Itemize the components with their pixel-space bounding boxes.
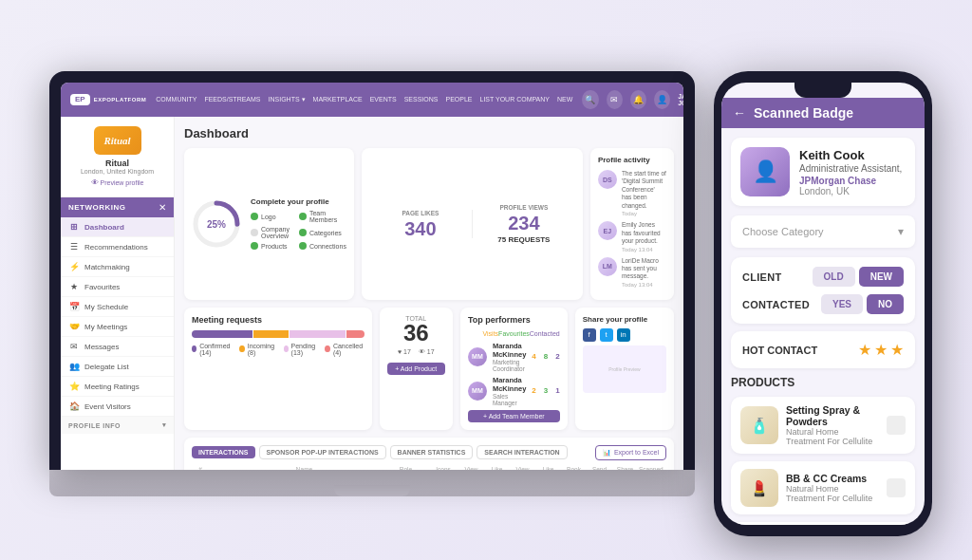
preview-profile-link[interactable]: 👁 Preview profile [91,178,144,187]
check-connections-icon [299,242,307,250]
app-name: EXPOPLATFORM [94,97,147,103]
check-logo-icon [251,213,258,220]
add-member-button[interactable]: + Add Team Member [468,410,560,422]
share-title: Share your profile [583,315,666,324]
brand-name: Ritual [105,159,129,168]
profile-activity-card: Profile activity DS The start time of 'D… [590,148,674,300]
messages-icon-btn[interactable]: ✉ [607,90,623,109]
activity-avatar-2: EJ [598,221,617,240]
performers-title: Top performers [468,315,560,325]
add-product-button[interactable]: + Add Product [387,363,445,375]
client-old-button[interactable]: OLD [813,267,855,287]
star-3[interactable]: ★ [890,341,904,359]
top-performers-card: Top performers Visits Favourites Contact… [460,308,568,430]
phone-products-section: PRODUCTS 🧴 Setting Spray & Powders Natur… [731,376,915,525]
laptop-base [49,470,695,496]
performer-avatar-1: MM [468,347,487,366]
facebook-share-icon[interactable]: f [583,328,596,342]
main-content: Ritual Ritual London, United Kingdom 👁 P… [61,117,683,470]
delegate-icon: 👥 [68,362,80,371]
export-excel-button[interactable]: 📊 Export to Excel [595,445,666,460]
pending-bar [290,330,346,338]
contacted-no-button[interactable]: NO [867,294,904,314]
activity-text-3: LoriDe Macro has sent you message. [622,257,666,281]
activity-time-2: Today 13:04 [622,247,666,252]
sidebar-item-ratings[interactable]: ⭐ Meeting Ratings [61,377,174,397]
nav-marketplace[interactable]: MARKETPLACE [313,96,363,103]
user-icon-btn[interactable]: 👤 [654,90,670,109]
phone-category-arrow-icon: ▾ [898,225,904,238]
sidebar-item-dashboard[interactable]: ⊞ Dashboard [61,217,174,237]
performer-numbers-2: 2 3 1 [532,386,559,395]
profile-info-section[interactable]: PROFILE INFO ▾ [61,417,174,434]
incoming-bar [253,330,289,338]
pending-dot [284,345,289,352]
nav-people[interactable]: PEOPLE [445,96,472,103]
tab-search[interactable]: SEARCH INTERACTION [477,445,567,459]
product-image-2: 💄 [740,469,778,507]
client-new-button[interactable]: NEW [859,267,904,287]
sidebar-collapse-icon[interactable]: ✕ [159,202,166,213]
profile-info-chevron: ▾ [162,421,167,429]
performer-numbers-1: 4 8 2 [532,352,559,361]
phone-person-role: Administrative Assistant, [799,162,906,176]
sidebar-nav-header: NETWORKING ✕ [61,197,174,217]
pending-stat: Pending (13) [284,343,318,356]
schedule-icon: 📅 [68,302,80,311]
user-initials: JA / JO [678,93,683,106]
sidebar-item-schedule[interactable]: 📅 My Schedule [61,297,174,317]
cancelled-bar [346,330,364,338]
sidebar-item-delegate[interactable]: 👥 Delegate List [61,357,174,377]
nav-items: COMMUNITY FEEDS/STREAMS INSIGHTS ▾ MARKE… [156,96,572,103]
product-check-2[interactable] [887,478,906,497]
sidebar-item-favourites[interactable]: ★ Favourites [61,277,174,297]
nav-sessions[interactable]: SESSIONS [404,96,439,103]
sidebar-item-messages[interactable]: ✉ Messages [61,337,174,357]
phone-contacted-row: CONTACTED YES NO [742,294,904,314]
product-check-1[interactable] [887,416,906,435]
sidebar-item-visitors[interactable]: 🏠 Event Visitors [61,397,174,417]
star-1[interactable]: ★ [858,341,871,359]
nav-insights[interactable]: INSIGHTS ▾ [269,96,306,103]
nav-new[interactable]: NEW [557,96,572,103]
performers-header: Visits Favourites Contacted [468,330,560,337]
nav-community[interactable]: COMMUNITY [156,96,196,103]
products-card: TOTAL 36 ♥ 17 👁 17 + Add Product [380,308,453,430]
dashboard-middle-row: Meeting requests [184,308,674,430]
phone-person-company: JPMorgan Chase [799,176,906,186]
share-preview: Profile Preview [583,345,666,393]
top-navigation: EP EXPOPLATFORM COMMUNITY FEEDS/STREAMS … [61,83,683,117]
app-logo: EP EXPOPLATFORM [70,94,146,105]
tab-interactions[interactable]: INTERACTIONS [192,446,255,458]
check-categories-icon [299,229,307,236]
performer-row-1: MM Maranda McKinney Marketing Coordinato… [468,342,560,372]
completion-items: Logo Team Members Company [251,210,346,250]
profile-views-value: 234 [484,214,564,233]
notifications-icon-btn[interactable]: 🔔 [630,90,646,109]
product-name-1: Setting Spray & Powders [786,404,879,427]
tab-sponsor[interactable]: SPONSOR POP-UP INTERACTIONS [259,445,386,459]
sidebar-item-recommendations[interactable]: ☰ Recommendations [61,237,174,257]
nav-list-company[interactable]: LIST YOUR COMPANY [480,96,551,103]
tab-banner[interactable]: BANNER STATISTICS [390,445,474,459]
performer-info-2: Maranda McKinney Sales Manager [493,376,526,406]
star-2[interactable]: ★ [874,341,888,359]
nav-events[interactable]: EVENTS [370,96,397,103]
contacted-yes-button[interactable]: YES [821,294,863,314]
completion-categories: Categories [299,226,346,239]
sidebar-item-meetings[interactable]: 🤝 My Meetings [61,317,174,337]
product-name-2: BB & CC Creams [786,473,879,484]
sidebar-item-matchmaking[interactable]: ⚡ Matchmaking [61,257,174,277]
hot-contact-section: HOT CONTACT ★ ★ ★ [731,331,915,368]
linkedin-share-icon[interactable]: in [617,328,630,342]
nav-icon-group: 🔍 ✉ 🔔 👤 JA / JO [582,90,683,109]
hot-contact-stars: ★ ★ ★ [858,341,904,359]
phone-client-row: CLIENT OLD NEW [742,267,904,287]
phone-back-button[interactable]: ← [733,105,746,121]
nav-feeds[interactable]: FEEDS/STREAMS [204,96,260,103]
search-icon-btn[interactable]: 🔍 [582,90,598,109]
phone-category-select[interactable]: Choose Category ▾ [731,215,915,248]
brand-logo-text: Ritual [103,135,130,146]
incoming-stat: Incoming (8) [239,343,275,356]
twitter-share-icon[interactable]: t [600,328,613,342]
